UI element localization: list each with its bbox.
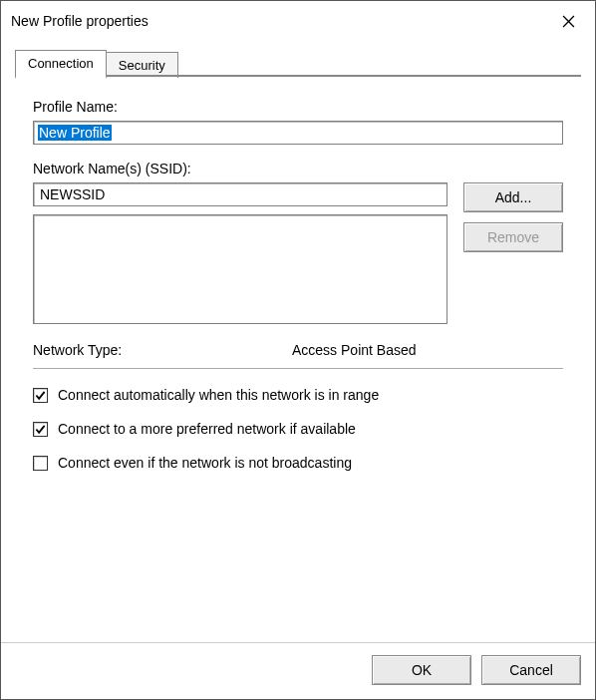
- profile-name-label: Profile Name:: [33, 99, 563, 115]
- separator: [33, 368, 563, 369]
- tab-strip: Connection Security: [15, 51, 581, 77]
- opt-not-broadcasting-row: Connect even if the network is not broad…: [33, 455, 563, 471]
- opt-auto-connect-row: Connect automatically when this network …: [33, 387, 563, 403]
- add-button[interactable]: Add...: [463, 182, 563, 212]
- titlebar: New Profile properties: [1, 1, 595, 41]
- tab-connection[interactable]: Connection: [15, 50, 107, 79]
- network-type-row: Network Type: Access Point Based: [33, 342, 563, 358]
- opt-prefer-network-checkbox[interactable]: [33, 422, 48, 437]
- ssid-left: [33, 182, 447, 324]
- cancel-button[interactable]: Cancel: [481, 655, 581, 685]
- ssid-input[interactable]: [33, 182, 447, 206]
- opt-not-broadcasting-label: Connect even if the network is not broad…: [58, 455, 352, 471]
- window-title: New Profile properties: [11, 13, 149, 29]
- close-button[interactable]: [553, 9, 583, 33]
- opt-prefer-network-label: Connect to a more preferred network if a…: [58, 421, 356, 437]
- dialog-body: Connection Security Profile Name: New Pr…: [1, 41, 595, 642]
- close-icon: [562, 15, 575, 28]
- check-icon: [35, 424, 46, 435]
- tab-panel-connection: Profile Name: New Profile Network Name(s…: [15, 77, 581, 628]
- ssid-row: Add... Remove: [33, 182, 563, 324]
- ssid-buttons: Add... Remove: [463, 182, 563, 252]
- tab-security[interactable]: Security: [106, 52, 178, 78]
- remove-button[interactable]: Remove: [463, 222, 563, 252]
- network-type-label: Network Type:: [33, 342, 292, 358]
- ssid-list[interactable]: [33, 214, 447, 324]
- check-icon: [35, 390, 46, 401]
- opt-auto-connect-label: Connect automatically when this network …: [58, 387, 379, 403]
- profile-name-value: New Profile: [38, 125, 112, 141]
- opt-not-broadcasting-checkbox[interactable]: [33, 456, 48, 471]
- ssid-label: Network Name(s) (SSID):: [33, 161, 563, 176]
- ok-button[interactable]: OK: [372, 655, 471, 685]
- network-type-value: Access Point Based: [292, 342, 417, 358]
- opt-prefer-network-row: Connect to a more preferred network if a…: [33, 421, 563, 437]
- dialog-footer: OK Cancel: [1, 642, 595, 699]
- profile-name-input[interactable]: New Profile: [33, 121, 563, 145]
- opt-auto-connect-checkbox[interactable]: [33, 388, 48, 403]
